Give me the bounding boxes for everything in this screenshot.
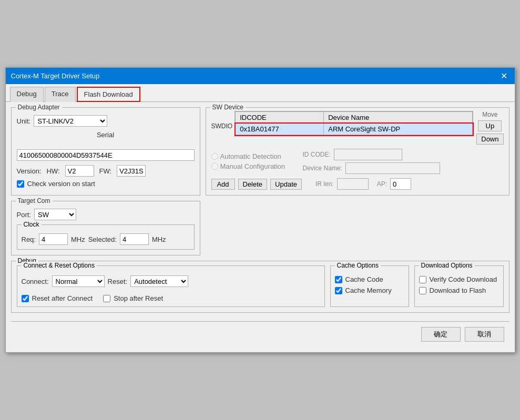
clock-group: Clock Req: MHz Selected: MHz xyxy=(17,224,195,250)
move-label: Move xyxy=(482,111,497,118)
verify-code-checkbox[interactable] xyxy=(419,276,426,283)
stop-after-reset-label: Stop after Reset xyxy=(114,294,163,302)
ap-input[interactable] xyxy=(390,178,411,190)
close-button[interactable]: ✕ xyxy=(498,71,509,81)
fw-label: FW: xyxy=(99,167,112,175)
ir-len-label: IR len: xyxy=(315,180,334,188)
unit-select[interactable]: ST-LINK/V2 xyxy=(34,115,107,127)
tab-trace[interactable]: Trace xyxy=(45,87,76,102)
selected-input[interactable] xyxy=(120,233,149,245)
col-device-name: Device Name xyxy=(324,112,473,124)
reset-label: Reset: xyxy=(108,278,128,285)
verify-code-label: Verify Code Download xyxy=(430,275,497,283)
download-flash-checkbox[interactable] xyxy=(419,287,426,294)
hw-value[interactable] xyxy=(65,165,94,177)
id-code-label: ID CODE: xyxy=(303,151,331,158)
unit-row: Unit: ST-LINK/V2 xyxy=(17,115,195,127)
unit-label: Unit: xyxy=(17,117,31,125)
clock-title: Clock xyxy=(22,221,42,228)
version-row: Version: HW: FW: xyxy=(17,165,195,177)
sw-device-group: SW Device SWDIO IDCODE Device Name xyxy=(206,107,509,196)
cache-code-label: Cache Code xyxy=(345,275,383,283)
row-idcode: 0x1BA01477 xyxy=(236,124,324,135)
clock-row: Req: MHz Selected: MHz xyxy=(22,233,190,245)
reset-select[interactable]: Autodetect xyxy=(130,275,188,287)
download-options-group: Download Options Verify Code Download Do… xyxy=(414,265,504,307)
check-version-row: Check version on start xyxy=(17,180,195,188)
move-buttons: Move Up Down xyxy=(476,111,503,145)
auto-detect-row: Automatic Detection xyxy=(211,152,295,160)
tab-flash-download[interactable]: Flash Download xyxy=(77,87,140,102)
cancel-button[interactable]: 取消 xyxy=(465,327,504,342)
connect-select[interactable]: Normal xyxy=(52,275,105,287)
sw-table-wrapper: IDCODE Device Name 0x1BA01477 ARM CoreSi… xyxy=(234,111,473,136)
cache-memory-row: Cache Memory xyxy=(335,286,404,294)
check-version-checkbox[interactable] xyxy=(17,180,24,188)
up-button[interactable]: Up xyxy=(478,120,502,131)
stop-after-reset-checkbox[interactable] xyxy=(103,295,110,302)
connect-row: Connect: Normal Reset: Autodetect xyxy=(22,275,320,287)
selected-label: Selected: xyxy=(88,235,117,243)
port-label: Port: xyxy=(17,211,31,219)
tab-bar: Debug Trace Flash Download xyxy=(6,84,515,102)
main-content: Debug Adapter Unit: ST-LINK/V2 Serial Ve… xyxy=(6,102,515,352)
down-button[interactable]: Down xyxy=(476,134,503,145)
cache-code-row: Cache Code xyxy=(335,275,404,283)
stop-after-reset-row: Stop after Reset xyxy=(103,294,163,302)
cache-options-title: Cache Options xyxy=(335,262,381,269)
reset-after-connect-label: Reset after Connect xyxy=(32,294,93,302)
cache-memory-checkbox[interactable] xyxy=(335,287,342,294)
req-input[interactable] xyxy=(39,233,68,245)
serial-input[interactable] xyxy=(17,149,195,161)
debug-inner: Connect & Reset Options Connect: Normal … xyxy=(17,265,504,307)
auto-detect-radio[interactable] xyxy=(211,153,218,160)
sw-table-area: SWDIO IDCODE Device Name xyxy=(211,111,504,145)
version-label: Version: xyxy=(17,167,42,175)
check-version-label: Check version on start xyxy=(27,180,95,188)
delete-button[interactable]: Delete xyxy=(238,179,268,190)
id-code-input[interactable] xyxy=(334,149,402,160)
sw-table-row[interactable]: 0x1BA01477 ARM CoreSight SW-DP xyxy=(236,124,473,135)
verify-code-row: Verify Code Download xyxy=(419,275,499,283)
cache-memory-label: Cache Memory xyxy=(345,286,392,294)
tab-debug[interactable]: Debug xyxy=(10,87,44,102)
mhz-label: MHz xyxy=(71,235,85,243)
mhz2-label: MHz xyxy=(152,235,166,243)
col-idcode: IDCODE xyxy=(236,112,324,124)
cache-options-group: Cache Options Cache Code Cache Memory xyxy=(330,265,409,307)
add-button[interactable]: Add xyxy=(211,179,235,190)
footer: 确定 取消 xyxy=(11,321,509,347)
reset-after-connect-row: Reset after Connect xyxy=(22,294,93,302)
manual-config-row: Manual Configuration xyxy=(211,162,295,170)
cache-code-checkbox[interactable] xyxy=(335,276,342,283)
sw-table: IDCODE Device Name 0x1BA01477 ARM CoreSi… xyxy=(235,111,473,135)
ir-len-input[interactable] xyxy=(337,178,369,190)
serial-label: Serial xyxy=(97,131,114,139)
swdio-label: SWDIO xyxy=(211,111,233,130)
titlebar: Cortex-M Target Driver Setup ✕ xyxy=(6,68,515,84)
update-button[interactable]: Update xyxy=(270,179,302,190)
row-device-name: ARM CoreSight SW-DP xyxy=(324,124,473,135)
fw-value[interactable] xyxy=(117,165,146,177)
target-com-title: Target Com xyxy=(16,197,53,204)
download-flash-row: Download to Flash xyxy=(419,286,499,294)
connect-reset-group: Connect & Reset Options Connect: Normal … xyxy=(17,265,325,307)
serial-label-row: Serial xyxy=(17,131,195,139)
dialog-title: Cortex-M Target Driver Setup xyxy=(11,72,100,80)
auto-detect-label: Automatic Detection xyxy=(220,152,281,160)
manual-config-label: Manual Configuration xyxy=(220,162,286,170)
dialog: Cortex-M Target Driver Setup ✕ Debug Tra… xyxy=(5,67,515,353)
target-com-group: Target Com Port: SW Clock Req: MHz Selec… xyxy=(11,201,200,255)
port-select[interactable]: SW xyxy=(34,209,76,220)
device-name-input[interactable] xyxy=(345,162,440,174)
reset-checkboxes: Reset after Connect Stop after Reset xyxy=(22,291,320,302)
debug-adapter-title: Debug Adapter xyxy=(16,104,62,111)
debug-adapter-group: Debug Adapter Unit: ST-LINK/V2 Serial Ve… xyxy=(11,107,200,196)
reset-after-connect-checkbox[interactable] xyxy=(22,295,29,302)
debug-section: Debug Connect & Reset Options Connect: N… xyxy=(11,261,509,313)
connect-reset-title: Connect & Reset Options xyxy=(22,262,97,269)
device-name-label: Device Name: xyxy=(303,165,342,172)
manual-config-radio[interactable] xyxy=(211,163,218,170)
ok-button[interactable]: 确定 xyxy=(421,327,461,342)
download-options-title: Download Options xyxy=(419,262,475,269)
